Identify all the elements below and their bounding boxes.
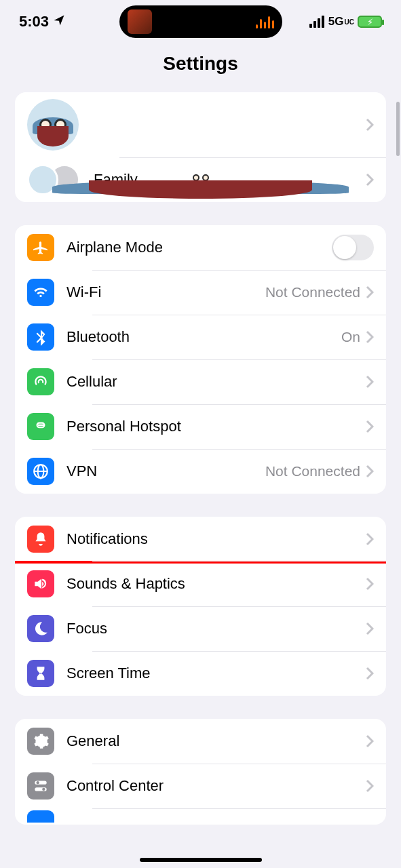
airplane-mode-label: Airplane Mode	[66, 239, 332, 256]
notifications-row[interactable]: Notifications	[15, 517, 386, 561]
control-center-label: Control Center	[66, 777, 366, 795]
moon-icon	[27, 615, 54, 642]
bell-icon	[27, 526, 54, 553]
wifi-value: Not Connected	[265, 284, 360, 300]
dynamic-island[interactable]	[119, 5, 282, 38]
chevron-right-icon	[366, 622, 374, 635]
antenna-icon	[27, 368, 54, 395]
chevron-right-icon	[366, 330, 374, 344]
family-avatars-icon	[27, 164, 80, 195]
page-title: Settings	[0, 53, 401, 75]
wifi-label: Wi-Fi	[66, 283, 265, 301]
chevron-right-icon	[366, 285, 374, 299]
hourglass-icon	[27, 660, 54, 687]
chevron-right-icon	[366, 375, 374, 389]
now-playing-thumbnail-icon	[128, 9, 152, 34]
chevron-right-icon	[366, 420, 374, 433]
bluetooth-row[interactable]: Bluetooth On	[15, 315, 386, 359]
screentime-label: Screen Time	[66, 665, 366, 682]
apple-id-row[interactable]	[15, 92, 386, 157]
network-type-label: 5GUC	[328, 15, 354, 28]
profile-avatar-icon	[27, 99, 79, 151]
gear-icon	[27, 728, 54, 755]
general-group: General Control Center	[15, 719, 386, 825]
chevron-right-icon	[366, 465, 374, 478]
sounds-row[interactable]: Sounds & Haptics	[15, 561, 386, 606]
globe-icon	[27, 458, 54, 485]
screentime-row[interactable]: Screen Time	[15, 651, 386, 696]
account-group: Family	[15, 92, 386, 202]
vpn-label: VPN	[66, 462, 265, 480]
wifi-icon	[27, 279, 54, 306]
status-bar: 5:03 5GUC ⚡︎	[0, 0, 401, 37]
chevron-right-icon	[366, 577, 374, 591]
cellular-row[interactable]: Cellular	[15, 359, 386, 404]
battery-charging-icon: ⚡︎	[358, 16, 382, 28]
vpn-row[interactable]: VPN Not Connected	[15, 449, 386, 494]
control-center-row[interactable]: Control Center	[15, 764, 386, 808]
chevron-right-icon	[366, 667, 374, 680]
vpn-value: Not Connected	[265, 463, 360, 479]
sounds-label: Sounds & Haptics	[66, 575, 366, 593]
home-indicator[interactable]	[140, 858, 262, 862]
general-label: General	[66, 732, 366, 750]
hotspot-row[interactable]: Personal Hotspot	[15, 404, 386, 449]
link-icon	[27, 413, 54, 440]
bluetooth-value: On	[341, 329, 360, 345]
partial-icon	[27, 810, 54, 823]
chevron-right-icon	[366, 779, 374, 793]
chevron-right-icon	[366, 532, 374, 546]
airplane-icon	[27, 234, 54, 261]
family-row[interactable]: Family	[15, 157, 386, 202]
airplane-mode-row[interactable]: Airplane Mode	[15, 225, 386, 270]
notifications-label: Notifications	[66, 530, 366, 548]
audio-waveform-icon	[256, 15, 274, 28]
status-time: 5:03	[19, 13, 49, 31]
chevron-right-icon	[366, 118, 374, 132]
hotspot-label: Personal Hotspot	[66, 418, 366, 435]
wifi-row[interactable]: Wi-Fi Not Connected	[15, 270, 386, 315]
svg-point-7	[42, 788, 45, 791]
focus-label: Focus	[66, 620, 366, 637]
cellular-signal-icon	[309, 16, 324, 28]
location-services-icon	[53, 14, 65, 30]
chevron-right-icon	[366, 734, 374, 748]
switches-icon	[27, 772, 54, 800]
airplane-mode-toggle[interactable]	[332, 235, 374, 260]
speaker-icon	[27, 570, 54, 597]
bluetooth-icon	[27, 323, 54, 351]
bluetooth-label: Bluetooth	[66, 328, 341, 346]
alerts-group: Notifications Sounds & Haptics Focus Scr…	[15, 517, 386, 696]
focus-row[interactable]: Focus	[15, 606, 386, 651]
svg-point-5	[37, 781, 39, 784]
cellular-label: Cellular	[66, 373, 366, 391]
general-row[interactable]: General	[15, 719, 386, 764]
partial-row[interactable]	[15, 808, 386, 825]
scroll-indicator[interactable]	[396, 102, 400, 156]
connectivity-group: Airplane Mode Wi-Fi Not Connected Blueto…	[15, 225, 386, 494]
